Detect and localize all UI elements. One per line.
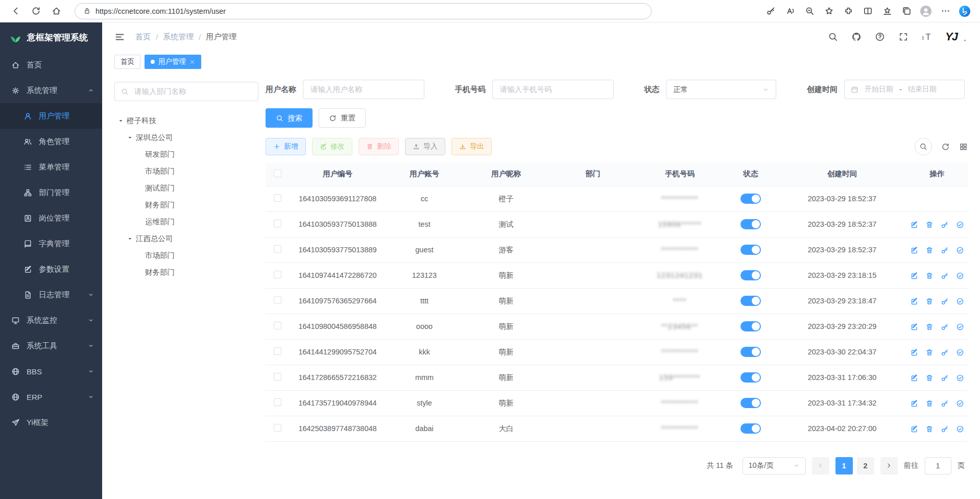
status-toggle[interactable]: [740, 398, 761, 408]
status-toggle[interactable]: [740, 347, 761, 357]
browser-menu-icon[interactable]: [936, 3, 954, 20]
fullscreen-icon[interactable]: [898, 32, 909, 42]
add-favorite-icon[interactable]: [820, 3, 838, 20]
tree-node-dept-finance-jx[interactable]: 财务部门: [114, 264, 258, 281]
status-toggle[interactable]: [740, 219, 761, 229]
sidebar-item-post-management[interactable]: 岗位管理: [0, 205, 102, 231]
tree-node-dept-market-sz[interactable]: 市场部门: [114, 163, 258, 180]
row-checkbox[interactable]: [274, 245, 281, 253]
assign-role-button[interactable]: [956, 323, 964, 331]
row-checkbox[interactable]: [274, 220, 281, 227]
sidebar-item-menu-management[interactable]: 菜单管理: [0, 154, 102, 180]
profile-avatar[interactable]: [917, 3, 935, 20]
extensions-icon[interactable]: [839, 3, 857, 20]
dept-search-input[interactable]: [133, 87, 252, 96]
date-range-picker[interactable]: 开始日期 - 结束日期: [844, 80, 965, 99]
tree-node-dept-ops[interactable]: 运维部门: [114, 213, 258, 230]
tree-node-dept-test[interactable]: 测试部门: [114, 180, 258, 197]
assign-role-button[interactable]: [956, 297, 964, 305]
sidebar-item-system-monitor[interactable]: 系统监控: [0, 307, 102, 333]
zoom-icon[interactable]: [800, 3, 819, 20]
delete-button[interactable]: [925, 272, 934, 280]
collections-icon[interactable]: [897, 3, 916, 20]
reset-password-button[interactable]: [941, 348, 949, 357]
reset-password-button[interactable]: [941, 246, 949, 254]
refresh-table-icon[interactable]: [941, 142, 950, 151]
row-checkbox[interactable]: [274, 194, 281, 202]
status-toggle[interactable]: [740, 372, 761, 383]
tree-node-company-jiangxi[interactable]: 江西总公司: [114, 230, 258, 247]
delete-button[interactable]: [925, 374, 934, 382]
delete-button[interactable]: [925, 399, 934, 408]
row-checkbox[interactable]: [274, 296, 281, 304]
sidebar-item-dict-management[interactable]: 字典管理: [0, 231, 102, 256]
column-settings-icon[interactable]: [959, 142, 968, 151]
header-search-icon[interactable]: [828, 32, 838, 42]
username-input[interactable]: [303, 80, 424, 99]
browser-refresh-button[interactable]: [27, 3, 45, 20]
sidebar-item-log-management[interactable]: 日志管理: [0, 282, 102, 307]
delete-button[interactable]: [925, 221, 934, 229]
tree-node-dept-finance-sz[interactable]: 财务部门: [114, 197, 258, 213]
sidebar-item-yi-framework[interactable]: Yi框架: [0, 410, 102, 435]
status-toggle[interactable]: [740, 296, 761, 306]
tree-node-dept-rd[interactable]: 研发部门: [114, 146, 258, 163]
sidebar-item-param-settings[interactable]: 参数设置: [0, 256, 102, 282]
sidebar-item-user-management[interactable]: 用户管理: [0, 103, 102, 129]
reset-password-button[interactable]: [941, 425, 949, 433]
edit-button[interactable]: [910, 297, 918, 305]
read-aloud-icon[interactable]: [781, 3, 799, 20]
github-icon[interactable]: [851, 32, 862, 42]
sidebar-item-role-management[interactable]: 角色管理: [0, 129, 102, 154]
select-all-checkbox[interactable]: [274, 170, 281, 177]
address-bar[interactable]: https://ccnetcore.com:1101/system/user: [75, 3, 652, 19]
phone-input[interactable]: [492, 80, 614, 99]
user-avatar[interactable]: YJ: [945, 30, 957, 43]
sidebar-item-dept-management[interactable]: 部门管理: [0, 180, 102, 205]
page-size-select[interactable]: 10条/页: [743, 457, 806, 474]
reset-button[interactable]: 重置: [319, 108, 366, 128]
user-menu-caret-icon[interactable]: [962, 38, 968, 43]
collapse-sidebar-icon[interactable]: [114, 32, 125, 42]
sidebar-item-bbs[interactable]: BBS: [0, 359, 102, 384]
font-size-icon[interactable]: tT: [922, 32, 932, 42]
export-button[interactable]: 导出: [451, 138, 492, 155]
edit-button[interactable]: [910, 348, 918, 357]
assign-role-button[interactable]: [956, 272, 964, 280]
goto-page-input[interactable]: [925, 457, 951, 474]
edit-button[interactable]: [910, 399, 918, 408]
sidebar-item-home[interactable]: 首页: [0, 52, 102, 78]
status-toggle[interactable]: [740, 245, 761, 255]
browser-home-button[interactable]: [47, 3, 65, 20]
close-tab-icon[interactable]: [189, 59, 195, 65]
search-button[interactable]: 搜索: [266, 108, 313, 128]
tab-home[interactable]: 首页: [114, 55, 140, 69]
assign-role-button[interactable]: [956, 348, 964, 357]
status-toggle[interactable]: [740, 321, 761, 331]
delete-button[interactable]: [925, 297, 934, 305]
add-button[interactable]: 新增: [266, 138, 306, 155]
sidebar-item-erp[interactable]: ERP: [0, 384, 102, 410]
edit-button[interactable]: [910, 221, 918, 229]
import-button[interactable]: 导入: [405, 138, 445, 155]
breadcrumb-system[interactable]: 系统管理: [163, 32, 194, 42]
browser-back-button[interactable]: [6, 3, 25, 20]
modify-button[interactable]: 修改: [312, 138, 352, 155]
help-icon[interactable]: [875, 32, 885, 42]
prev-page-button[interactable]: [812, 457, 829, 474]
favorites-bar-icon[interactable]: [878, 3, 896, 20]
password-key-icon[interactable]: [761, 3, 780, 20]
delete-button[interactable]: 删除: [358, 138, 399, 155]
edit-button[interactable]: [910, 374, 918, 382]
delete-button[interactable]: [925, 323, 934, 331]
copilot-icon[interactable]: [955, 3, 974, 20]
reset-password-button[interactable]: [941, 399, 949, 408]
row-checkbox[interactable]: [274, 347, 281, 355]
tree-node-org-chengzi[interactable]: 橙子科技: [114, 112, 258, 129]
page-button-1[interactable]: 1: [835, 457, 853, 474]
row-checkbox[interactable]: [274, 271, 281, 278]
edit-button[interactable]: [910, 272, 918, 280]
row-checkbox[interactable]: [274, 398, 281, 406]
breadcrumb-home[interactable]: 首页: [135, 32, 151, 42]
edit-button[interactable]: [910, 323, 918, 331]
